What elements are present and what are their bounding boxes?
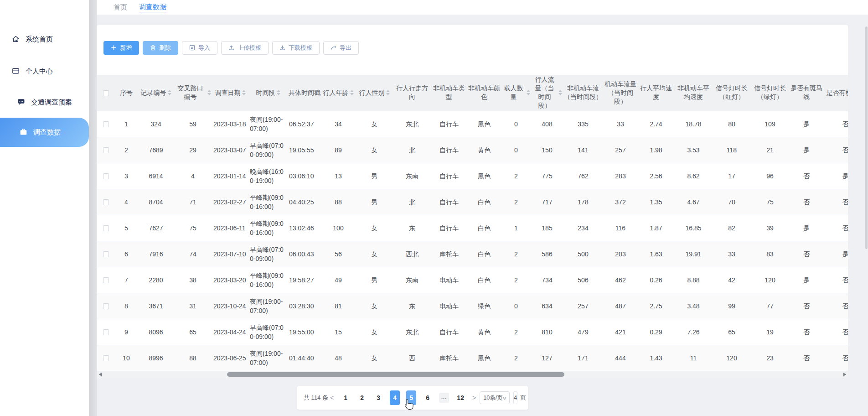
sort-carets-icon[interactable] — [558, 90, 562, 95]
table-cell: 33 — [603, 111, 638, 137]
table-cell: 171 — [563, 345, 603, 371]
pagination-total: 共 114 条 — [304, 394, 328, 402]
table-cell: 56 — [321, 241, 355, 267]
import-button[interactable]: 导入 — [182, 41, 217, 55]
table-cell: 4 — [174, 163, 212, 189]
row-checkbox-cell — [97, 319, 114, 345]
select-all-checkbox[interactable] — [103, 90, 109, 96]
sidebar-item-3[interactable]: 交通调查预案 — [0, 90, 89, 114]
table-row: 108996882023-06-25夜间(19:00-07:00)01:44:4… — [97, 345, 848, 371]
column-header-content: 行人年龄 — [323, 88, 354, 97]
sort-carets-icon[interactable] — [242, 90, 246, 95]
page-number-button[interactable]: 6 — [423, 390, 433, 405]
scroll-left-arrow-icon[interactable] — [99, 373, 102, 376]
sort-carets-icon[interactable] — [350, 90, 354, 95]
row-checkbox[interactable] — [103, 225, 109, 231]
table-cell: 1.98 — [638, 137, 674, 163]
table-cell: 2023-03-20 — [212, 267, 248, 293]
table-cell: 1.63 — [638, 241, 674, 267]
row-checkbox[interactable] — [103, 121, 109, 127]
toolbar: 新增删除导入上传模板下载模板导出 — [103, 41, 359, 55]
header-checkbox-cell — [97, 75, 114, 111]
page-size-select[interactable]: 10条/页∨ — [480, 391, 510, 404]
next-page-button[interactable]: > — [471, 394, 477, 401]
table-cell: 女 — [355, 137, 393, 163]
table-cell: 白色 — [467, 267, 501, 293]
upload-template-button[interactable]: 上传模板 — [221, 41, 269, 55]
sort-carets-icon[interactable] — [277, 90, 280, 95]
breadcrumb-item[interactable]: 调查数据 — [139, 3, 166, 12]
row-checkbox[interactable] — [103, 303, 109, 309]
table-cell: 3671 — [138, 293, 174, 319]
table-cell: 38 — [174, 267, 212, 293]
row-checkbox[interactable] — [103, 147, 109, 153]
sidebar-item-2[interactable]: 个人中心 — [0, 59, 89, 83]
page-number-button[interactable]: 4 — [390, 390, 400, 405]
table-cell: 88 — [174, 345, 212, 371]
table-cell: 西北 — [393, 241, 431, 267]
table-cell: 8096 — [138, 319, 174, 345]
table-cell: 2023-01-14 — [212, 163, 248, 189]
data-table-wrapper: 序号记录编号交叉路口编号调查日期时间段具体时间戳行人年龄行人性别行人行走方向非机… — [97, 75, 848, 371]
table-cell: 8996 — [138, 345, 174, 371]
horizontal-scrollbar-thumb[interactable] — [227, 372, 564, 377]
table-cell: 2 — [114, 137, 138, 163]
page-number-button[interactable]: 2 — [357, 390, 367, 405]
row-checkbox[interactable] — [103, 355, 109, 361]
table-cell: 电动车 — [431, 293, 467, 319]
table-cell: 否 — [824, 189, 848, 215]
vertical-scrollbar-thumb[interactable] — [865, 26, 868, 249]
row-checkbox-cell — [97, 345, 114, 371]
column-header-label: 是否有机动车 — [827, 88, 848, 97]
row-checkbox-cell — [97, 163, 114, 189]
table-cell: 127 — [531, 345, 563, 371]
sort-carets-icon[interactable] — [168, 90, 171, 95]
column-header-content: 机动车流量（当时间段） — [604, 80, 637, 106]
sort-carets-icon[interactable] — [207, 90, 211, 95]
sidebar-item-4[interactable]: 调查数据 — [0, 118, 89, 147]
download-template-button[interactable]: 下载模板 — [272, 41, 320, 55]
table-cell: 335 — [563, 111, 603, 137]
horizontal-scrollbar[interactable] — [97, 371, 848, 378]
row-checkbox[interactable] — [103, 173, 109, 179]
page-number-button[interactable]: 1 — [341, 390, 351, 405]
column-header-label: 非机动车类型 — [432, 84, 466, 101]
table-cell: 82 — [713, 215, 751, 241]
row-checkbox-cell — [97, 137, 114, 163]
sort-carets-icon[interactable] — [527, 90, 530, 95]
row-checkbox[interactable] — [103, 199, 109, 205]
jump-page-input[interactable]: 4 — [513, 391, 517, 404]
column-header-label: 交叉路口编号 — [175, 84, 206, 101]
scroll-right-arrow-icon[interactable] — [843, 373, 846, 376]
page-number-button[interactable]: 5 — [406, 390, 416, 405]
table-cell: 7627 — [138, 215, 174, 241]
sort-carets-icon[interactable] — [386, 90, 390, 95]
export-button[interactable]: 导出 — [323, 41, 359, 55]
column-header: 具体时间戳 — [288, 75, 321, 111]
prev-page-button[interactable]: < — [329, 394, 335, 401]
table-cell: 775 — [531, 163, 563, 189]
table-cell: 自行车 — [431, 137, 467, 163]
add-button[interactable]: 新增 — [103, 41, 139, 55]
column-header-content: 记录编号 — [141, 88, 171, 97]
trash-icon — [150, 45, 156, 51]
delete-button[interactable]: 删除 — [143, 41, 178, 55]
column-header-content: 时间段 — [256, 88, 280, 97]
column-header-label: 调查日期 — [215, 88, 241, 97]
table-cell: 电动车 — [431, 267, 467, 293]
table-cell: 0 — [501, 111, 531, 137]
page-number-button[interactable]: 3 — [373, 390, 383, 405]
column-header: 记录编号 — [138, 75, 174, 111]
sidebar-item-1[interactable]: 系统首页 — [0, 27, 89, 51]
table-cell: 9 — [114, 319, 138, 345]
row-checkbox[interactable] — [103, 251, 109, 257]
table-cell: 东南 — [393, 267, 431, 293]
page-number-button[interactable]: 12 — [455, 390, 465, 405]
row-checkbox[interactable] — [103, 277, 109, 283]
column-header-content: 调查日期 — [215, 88, 246, 97]
table-cell: 2023-02-27 — [212, 189, 248, 215]
more-pages-button[interactable]: ... — [439, 393, 449, 403]
row-checkbox[interactable] — [103, 329, 109, 335]
briefcase-icon — [19, 128, 28, 137]
table-cell: 女 — [355, 293, 393, 319]
